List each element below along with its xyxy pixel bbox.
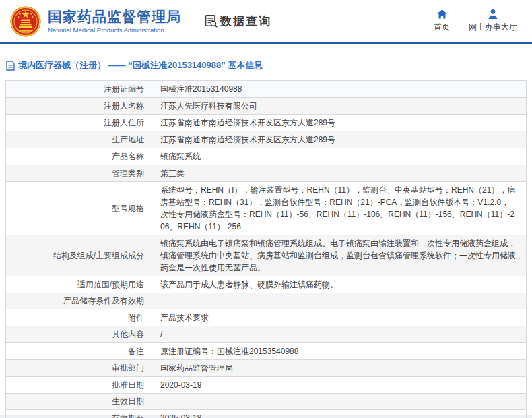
breadcrumb-text: 境内医疗器械（注册） —— “国械注准20153140988” 基本信息 bbox=[18, 59, 263, 71]
row-value: 江苏省南通市南通经济技术开发区东方大道289号 bbox=[152, 115, 527, 131]
table-row: 注册人名称江苏人先医疗科技有限公司 bbox=[6, 98, 527, 115]
table-row: 审批部门国家药品监督管理局 bbox=[6, 360, 527, 377]
row-value: 镇痛泵系统 bbox=[152, 148, 527, 165]
table-row: 附件产品技术要求 bbox=[6, 309, 527, 326]
table-row: 生产地址江苏省南通市南通经济技术开发区东方大道289号 bbox=[6, 131, 527, 148]
table-row: 结构及组成/主要组成成分镇痛泵系统由电子镇痛泵和镇痛管理系统组成。电子镇痛泵由输… bbox=[6, 235, 527, 276]
data-query-label: 数据查询 bbox=[220, 13, 271, 29]
table-row: 注册证编号国械注准20153140988 bbox=[6, 81, 527, 98]
row-value bbox=[152, 394, 527, 410]
row-value: / bbox=[152, 326, 527, 343]
table-row: 产品储存条件及有效期 bbox=[6, 293, 527, 309]
user-icon bbox=[488, 9, 499, 20]
table-row: 批准日期2020-03-19 bbox=[6, 377, 527, 394]
registration-detail-table: 注册证编号国械注准20153140988注册人名称江苏人先医疗科技有限公司注册人… bbox=[5, 80, 527, 418]
row-label: 型号规格 bbox=[6, 182, 152, 235]
row-label: 管理类别 bbox=[6, 165, 152, 182]
row-value: 2025-03-18 bbox=[152, 410, 527, 418]
row-label: 生产地址 bbox=[6, 131, 152, 148]
table-row: 产品名称镇痛泵系统 bbox=[6, 148, 527, 165]
row-label: 附件 bbox=[6, 309, 152, 326]
site-header: 国家药品监督管理局 National Medical Products Admi… bbox=[0, 0, 532, 44]
data-query-tab[interactable]: 数据查询 bbox=[204, 13, 271, 29]
row-value: 该产品用于成人患者静脉、硬膜外输注镇痛药物。 bbox=[152, 276, 527, 293]
row-label: 注册人住所 bbox=[6, 115, 152, 131]
row-value: 原注册证编号：国械注准20153540988 bbox=[152, 343, 527, 360]
table-row: 生效日期 bbox=[6, 394, 527, 410]
table-row: 注册人住所江苏省南通市南通经济技术开发区东方大道289号 bbox=[6, 115, 527, 131]
row-value bbox=[152, 293, 527, 309]
content-panel: 境内医疗器械（注册） —— “国械注准20153140988” 基本信息 注册证… bbox=[0, 53, 532, 418]
document-icon bbox=[6, 61, 15, 71]
breadcrumb: 境内医疗器械（注册） —— “国械注准20153140988” 基本信息 bbox=[0, 53, 532, 78]
top-nav: 首页 网上办事大厅 bbox=[434, 9, 523, 33]
nav-service-hall-label: 网上办事大厅 bbox=[469, 22, 517, 33]
agency-title: 国家药品监督管理局 bbox=[48, 9, 181, 25]
nmpa-emblem-logo bbox=[9, 5, 42, 38]
row-label: 审批部门 bbox=[6, 360, 152, 377]
row-label: 有效期至 bbox=[6, 410, 152, 418]
row-label: 批准日期 bbox=[6, 377, 152, 394]
row-value: 2020-03-19 bbox=[152, 377, 527, 394]
table-row: 适用范围/预期用途该产品用于成人患者静脉、硬膜外输注镇痛药物。 bbox=[6, 276, 527, 293]
row-value: 江苏人先医疗科技有限公司 bbox=[152, 98, 527, 115]
nav-service-hall[interactable]: 网上办事大厅 bbox=[469, 9, 517, 33]
row-label: 注册人名称 bbox=[6, 98, 152, 115]
table-row: 型号规格系统型号：REHN（Ⅰ），输注装置型号：REHN（11），监测台、中央基… bbox=[6, 182, 527, 235]
table-row: 其他内容/ bbox=[6, 326, 527, 343]
row-label: 结构及组成/主要组成成分 bbox=[6, 235, 152, 276]
home-icon bbox=[436, 9, 448, 20]
table-row: 管理类别第三类 bbox=[6, 165, 527, 182]
row-label: 备注 bbox=[6, 343, 152, 360]
nav-home-label: 首页 bbox=[434, 22, 450, 33]
row-value: 江苏省南通市南通经济技术开发区东方大道289号 bbox=[152, 131, 527, 148]
table-row: 备注原注册证编号：国械注准20153540988 bbox=[6, 343, 527, 360]
row-value: 国械注准20153140988 bbox=[152, 81, 527, 98]
nav-home[interactable]: 首页 bbox=[434, 9, 450, 33]
row-value: 产品技术要求 bbox=[152, 309, 527, 326]
agency-subtitle: National Medical Products Administration bbox=[48, 26, 181, 34]
page: 国家药品监督管理局 National Medical Products Admi… bbox=[0, 0, 532, 415]
row-value: 系统型号：REHN（Ⅰ），输注装置型号：REHN（11），监测台、中央基站型号：… bbox=[152, 182, 527, 235]
row-label: 适用范围/预期用途 bbox=[6, 276, 152, 293]
row-label: 产品名称 bbox=[6, 148, 152, 165]
agency-title-block: 国家药品监督管理局 National Medical Products Admi… bbox=[48, 9, 181, 34]
row-label: 产品储存条件及有效期 bbox=[6, 293, 152, 309]
row-value: 国家药品监督管理局 bbox=[152, 360, 527, 377]
data-query-icon bbox=[204, 14, 218, 28]
row-label: 生效日期 bbox=[6, 394, 152, 410]
row-label: 注册证编号 bbox=[6, 81, 152, 98]
row-label: 其他内容 bbox=[6, 326, 152, 343]
row-value: 第三类 bbox=[152, 165, 527, 182]
table-row: 有效期至2025-03-18 bbox=[6, 410, 527, 418]
row-value: 镇痛泵系统由电子镇痛泵和镇痛管理系统组成。电子镇痛泵由输注装置和一次性专用储液药… bbox=[152, 235, 527, 276]
